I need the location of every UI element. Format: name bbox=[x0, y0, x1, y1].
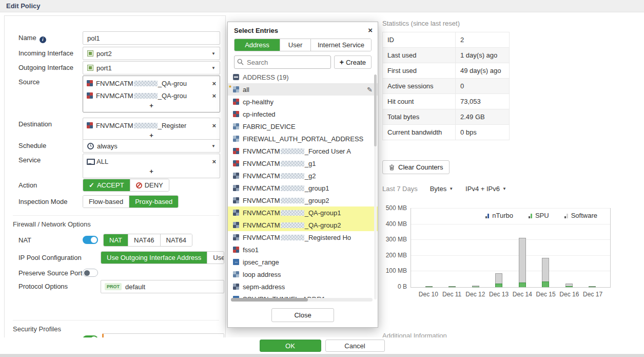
vertical-scrollbar bbox=[374, 74, 377, 299]
remove-entry-icon[interactable]: × bbox=[210, 158, 216, 165]
info-icon[interactable]: i bbox=[40, 36, 46, 43]
address-entry[interactable]: SSLVPN_TUNNEL_ADDR1 bbox=[228, 293, 378, 298]
legend-bar-icon bbox=[485, 213, 489, 218]
use-outgoing-interface-address-option[interactable]: Use Outgoing Interface Address bbox=[101, 252, 207, 264]
deny-button[interactable]: DENY bbox=[130, 179, 169, 191]
address-entry[interactable]: ipsec_range bbox=[228, 256, 378, 268]
horizontal-scrollbar-thumb[interactable] bbox=[231, 298, 308, 302]
ok-button[interactable]: OK bbox=[260, 340, 321, 352]
clear-counters-button[interactable]: Clear Counters bbox=[382, 160, 450, 174]
collapse-icon[interactable] bbox=[233, 74, 239, 80]
address-entry[interactable]: FIREWALL_AUTH_PORTAL_ADDRESS bbox=[228, 133, 378, 145]
group-red-icon bbox=[87, 80, 93, 86]
address-entry[interactable]: ★all✎ bbox=[228, 83, 378, 96]
redacted-text bbox=[281, 161, 304, 166]
destination-box: FNVMCATM_Register× + bbox=[83, 118, 220, 142]
tab-internet-service[interactable]: Internet Service bbox=[310, 39, 371, 51]
entry-text: _group1 bbox=[305, 184, 329, 192]
address-entry[interactable]: sepm-address bbox=[228, 280, 378, 293]
select-entries-dialog: Select Entries × Address User Internet S… bbox=[227, 22, 378, 328]
redacted-text bbox=[281, 148, 304, 154]
tab-address[interactable]: Address bbox=[235, 39, 280, 51]
address-entry[interactable]: FNVMCATM_group2 bbox=[228, 194, 378, 206]
plot-area bbox=[411, 208, 611, 288]
address-entry[interactable]: fsso1 bbox=[228, 243, 378, 256]
dialog-close-button[interactable]: Close bbox=[271, 308, 334, 322]
schedule-select[interactable]: always ▼ bbox=[83, 139, 220, 153]
vertical-scrollbar-thumb[interactable] bbox=[374, 74, 377, 146]
bytes-dropdown[interactable]: Bytes ▼ bbox=[430, 185, 453, 193]
ip-version-dropdown[interactable]: IPv4 + IPv6 ▼ bbox=[465, 185, 506, 193]
proxy-based-button[interactable]: Proxy-based bbox=[129, 196, 178, 208]
address-entry[interactable]: FNVMCATM_QA-group2 bbox=[228, 219, 378, 231]
create-button[interactable]: + Create bbox=[334, 55, 372, 69]
tab-user[interactable]: User bbox=[280, 39, 310, 51]
accept-button[interactable]: ✓ ACCEPT bbox=[83, 179, 130, 191]
table-row: Active sessions0 bbox=[383, 79, 510, 94]
check-icon: ✓ bbox=[89, 181, 94, 189]
service-add-button[interactable]: + bbox=[83, 167, 220, 177]
search-input[interactable] bbox=[234, 55, 331, 69]
stat-value: 0 bbox=[456, 79, 510, 94]
address-entry[interactable]: FNVMCATM_g1 bbox=[228, 157, 378, 170]
ip-pool-segment: Use Outgoing Interface Address Use bbox=[101, 251, 224, 264]
redacted-text bbox=[134, 123, 158, 128]
use-dynamic-pool-option[interactable]: Use bbox=[207, 252, 224, 264]
preserve-source-port-row: Preserve Source Port bbox=[18, 267, 224, 277]
nat-toggle[interactable] bbox=[83, 236, 98, 244]
dialog-tabs: Address User Internet Service bbox=[234, 39, 372, 51]
address-entry[interactable]: cp-infected bbox=[228, 108, 378, 120]
incoming-interface-select[interactable]: port2 ▼ bbox=[83, 47, 220, 60]
group-dark-icon bbox=[233, 185, 239, 191]
bar-segment-spu bbox=[425, 287, 433, 287]
preserve-source-port-toggle[interactable] bbox=[83, 269, 98, 277]
bar-segment-spu bbox=[565, 286, 573, 287]
favorite-star-icon: ★ bbox=[228, 84, 232, 89]
legend-label: SPU bbox=[535, 212, 549, 219]
nat46-option[interactable]: NAT46 bbox=[128, 234, 160, 246]
address-entry[interactable]: FNVMCATM_group1 bbox=[228, 182, 378, 194]
flow-based-button[interactable]: Flow-based bbox=[83, 196, 129, 208]
address-entry[interactable]: FABRIC_DEVICE bbox=[228, 120, 378, 133]
edit-pencil-icon[interactable]: ✎ bbox=[367, 86, 373, 93]
entry-text: _g1 bbox=[305, 160, 316, 167]
stat-label: Current bandwidth bbox=[383, 125, 456, 140]
inspection-mode-row: Inspection Mode Flow-based Proxy-based bbox=[18, 195, 224, 208]
cancel-button[interactable]: Cancel bbox=[325, 340, 385, 352]
address-entry[interactable]: cp-healthy bbox=[228, 96, 378, 108]
schedule-row: Schedule always ▼ bbox=[18, 139, 224, 153]
address-icon bbox=[233, 123, 239, 129]
nat64-option[interactable]: NAT64 bbox=[160, 234, 192, 246]
name-input[interactable] bbox=[83, 31, 220, 45]
source-add-button[interactable]: + bbox=[83, 102, 220, 111]
remove-entry-icon[interactable]: × bbox=[210, 122, 216, 129]
entry-text: FNVMCATM bbox=[96, 122, 133, 129]
legend-label: Software bbox=[571, 212, 597, 219]
entry-text: FNVMCATM bbox=[243, 160, 280, 167]
address-entry[interactable]: FNVMCATM_g2 bbox=[228, 170, 378, 182]
protocol-options-select[interactable]: PROT default bbox=[101, 280, 224, 293]
outgoing-interface-select[interactable]: port1 ▼ bbox=[83, 61, 220, 74]
nat-option[interactable]: NAT bbox=[104, 234, 128, 246]
ip-pool-label: IP Pool Configuration bbox=[18, 251, 83, 261]
address-entry[interactable]: FNVMCATM_Registered Ho bbox=[228, 231, 378, 243]
address-entry[interactable]: FNVMCATM_Forced User A bbox=[228, 145, 378, 157]
remove-entry-icon[interactable]: × bbox=[210, 92, 216, 100]
close-icon[interactable]: × bbox=[368, 26, 373, 34]
plus-icon: + bbox=[340, 58, 344, 66]
bar-segment-software bbox=[495, 273, 502, 284]
range-icon bbox=[233, 259, 239, 265]
remove-entry-icon[interactable]: × bbox=[210, 80, 216, 87]
bar-segment-spu bbox=[519, 283, 526, 287]
chevron-down-icon: ▼ bbox=[211, 51, 216, 56]
entry-label: ipsec_range bbox=[243, 258, 279, 266]
outgoing-interface-row: Outgoing Interface port1 ▼ bbox=[18, 61, 224, 74]
entry-label: FNVMCATM_group2 bbox=[243, 197, 329, 204]
address-group-header[interactable]: ADDRESS (19) bbox=[228, 71, 378, 83]
address-entry[interactable]: loop address bbox=[228, 268, 378, 280]
address-group-header-label: ADDRESS (19) bbox=[243, 73, 289, 81]
stat-value: 0 bps bbox=[456, 125, 510, 140]
address-icon bbox=[233, 86, 239, 92]
entry-text: _group2 bbox=[305, 197, 329, 204]
address-entry[interactable]: FNVMCATM_QA-group1 bbox=[228, 206, 378, 219]
